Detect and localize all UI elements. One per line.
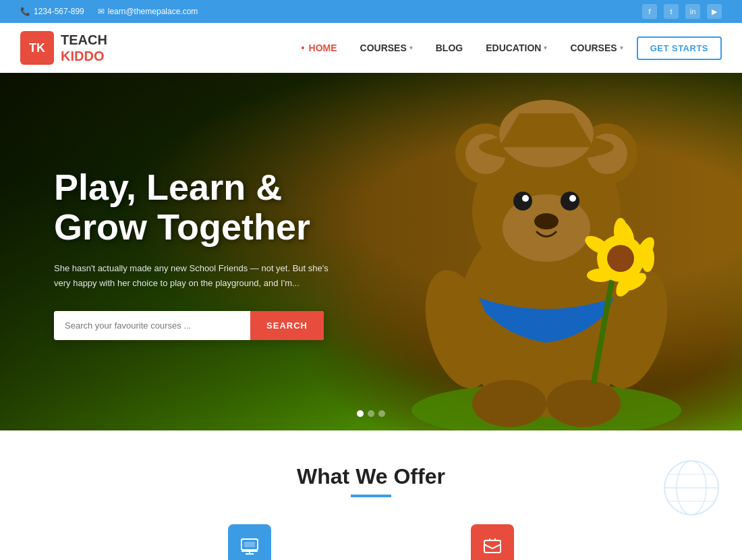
topbar: 📞 1234-567-899 ✉ learn@themepalace.com f…	[0, 0, 742, 23]
instagram-icon[interactable]: in	[685, 4, 700, 19]
hero-title: Play, Learn & Grow Together	[54, 167, 337, 248]
slider-dot-2[interactable]	[368, 410, 374, 417]
email-address: learn@themepalace.com	[108, 7, 198, 16]
logo[interactable]: TEACH KIDDO	[20, 31, 107, 65]
search-input[interactable]	[54, 311, 250, 340]
offers-title: What We Offer	[40, 464, 702, 489]
email-icon: ✉	[98, 7, 105, 16]
nav-courses-1-label: COURSES	[360, 43, 407, 53]
svg-point-8	[513, 192, 532, 211]
logo-icon	[20, 31, 54, 65]
nav-education-label: EDUCATION	[486, 43, 541, 53]
hero-title-line2: Grow Together	[54, 206, 310, 247]
svg-point-11	[569, 195, 576, 202]
phone-info: 📞 1234-567-899	[20, 7, 84, 16]
svg-point-12	[534, 213, 559, 229]
hero-section: Play, Learn & Grow Together She hasn't a…	[0, 73, 742, 430]
search-button[interactable]: SEARCH	[250, 311, 324, 340]
chevron-down-icon-3: ▾	[620, 45, 623, 51]
main-nav: HOME COURSES ▾ BLOG EDUCATION ▾ COURSES …	[292, 36, 722, 60]
offer-card-teacher: Professional Teacher Teachkiddo mission …	[142, 524, 358, 560]
chevron-down-icon: ▾	[409, 45, 413, 51]
svg-point-9	[561, 192, 579, 211]
topbar-contact: 📞 1234-567-899 ✉ learn@themepalace.com	[20, 7, 198, 16]
slider-dot-1[interactable]	[357, 410, 364, 417]
nav-home-label: HOME	[309, 43, 337, 53]
offer-card-sports: Pre-School Sports Teachkiddo mission is …	[384, 524, 600, 560]
offers-section: What We Offer Professional Teacher Teach…	[0, 430, 742, 560]
phone-icon: 📞	[20, 7, 30, 16]
nav-blog-label: BLOG	[436, 43, 463, 53]
email-info: ✉ learn@themepalace.com	[98, 7, 198, 16]
hero-bear-image	[405, 93, 688, 430]
nav-courses-1[interactable]: COURSES ▾	[351, 37, 422, 59]
svg-point-15	[472, 380, 546, 427]
offer-icon-sports	[471, 524, 514, 560]
get-starts-button[interactable]: GET STARTS	[637, 36, 722, 60]
brand-kiddo: KIDDO	[61, 48, 107, 64]
slider-dot-3[interactable]	[378, 410, 385, 417]
topbar-social: f t in ▶	[642, 4, 722, 19]
hero-title-line1: Play, Learn &	[54, 167, 282, 207]
svg-point-26	[641, 245, 654, 272]
twitter-icon[interactable]: t	[664, 4, 679, 19]
offers-title-underline	[351, 495, 391, 497]
brand-name: TEACH KIDDO	[61, 32, 107, 64]
svg-point-16	[546, 380, 621, 427]
offers-grid: Professional Teacher Teachkiddo mission …	[40, 524, 702, 560]
youtube-icon[interactable]: ▶	[707, 4, 722, 19]
svg-point-10	[522, 195, 529, 202]
hero-description: She hasn't actually made any new School …	[54, 261, 337, 291]
hero-content: Play, Learn & Grow Together She hasn't a…	[54, 167, 337, 340]
search-bar: SEARCH	[54, 311, 324, 340]
svg-point-23	[587, 269, 614, 282]
facebook-icon[interactable]: f	[642, 4, 657, 19]
nav-home[interactable]: HOME	[292, 37, 347, 59]
nav-education[interactable]: EDUCATION ▾	[476, 37, 556, 59]
svg-rect-43	[244, 542, 255, 547]
chevron-down-icon-2: ▾	[544, 45, 547, 51]
brand-teach: TEACH	[61, 32, 107, 48]
nav-courses-2-label: COURSES	[570, 43, 617, 53]
svg-point-19	[607, 245, 634, 272]
slider-dots	[357, 410, 385, 417]
svg-rect-44	[484, 540, 501, 553]
header: TEACH KIDDO HOME COURSES ▾ BLOG EDUCATIO…	[0, 23, 742, 73]
offer-icon-teacher	[228, 524, 271, 560]
phone-number: 1234-567-899	[34, 7, 84, 16]
nav-blog[interactable]: BLOG	[426, 37, 472, 59]
nav-courses-2[interactable]: COURSES ▾	[561, 37, 632, 59]
